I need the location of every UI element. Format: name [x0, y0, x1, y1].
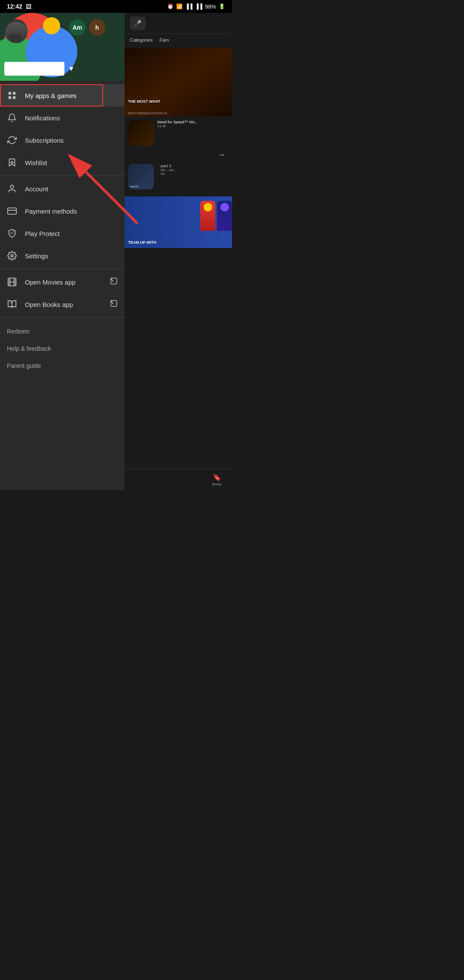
wifi-icon: 📶: [176, 3, 183, 9]
svg-point-10: [11, 254, 13, 257]
books-nav-icon: 🔖: [213, 473, 221, 481]
card-icon: [7, 206, 17, 216]
menu-item-notifications[interactable]: Notifications: [0, 107, 125, 129]
main-screen: Am h ▼ My apps & games: [0, 13, 232, 490]
menu-item-account[interactable]: Account: [0, 178, 125, 200]
game-name: Need for Speed™ Mo...: [157, 120, 229, 124]
external-link-icon-2: [110, 300, 118, 309]
wishlist-label: Wishlist: [25, 159, 118, 166]
mic-icon: 🎤: [134, 20, 141, 27]
menu-item-wishlist[interactable]: Wishlist: [0, 151, 125, 174]
nav-categories[interactable]: Categories: [130, 37, 153, 43]
subscriptions-label: Subscriptions: [25, 137, 118, 144]
menu-item-open-books[interactable]: Open Books app: [0, 293, 125, 315]
account-label: Account: [25, 185, 118, 193]
status-bar: 12:42 🖼 ⏰ 📶 ▐▐ ▐▐ 98% 🔋: [0, 0, 232, 13]
menu-item-settings[interactable]: Settings: [0, 245, 125, 267]
mic-button[interactable]: 🎤: [130, 16, 146, 30]
game-title: THE MOST WANT: [128, 99, 161, 104]
account-avatars: Am h: [69, 19, 105, 36]
ad-rating: 94: [161, 172, 229, 176]
play-logo-yellow: [43, 17, 60, 34]
mihoyo-info: pact 3 Mo... Ad... 94: [157, 164, 229, 190]
drawer-header: Am h ▼: [0, 13, 125, 81]
book-icon: [7, 299, 17, 309]
shield-icon: [7, 228, 17, 239]
brawl-stars-section: TEAM UP WITH: [125, 196, 232, 248]
help-feedback-link[interactable]: Help & feedback: [7, 340, 118, 357]
open-movies-label: Open Movies app: [25, 279, 110, 286]
menu-item-open-movies[interactable]: Open Movies app: [0, 271, 125, 293]
svg-rect-7: [8, 208, 16, 214]
play-protect-label: Play Protect: [25, 230, 118, 237]
ad-label: Mo... Ad...: [161, 168, 229, 172]
payment-methods-label: Payment methods: [25, 208, 118, 215]
svg-line-24: [111, 300, 113, 304]
photo-icon: 🖼: [26, 3, 31, 10]
svg-marker-9: [10, 231, 14, 234]
top-bar: 🎤: [125, 13, 232, 34]
settings-label: Settings: [25, 252, 118, 260]
menu-item-play-protect[interactable]: Play Protect: [0, 222, 125, 245]
game-card-row: Need for Speed™ Mo... 4.0 ★: [125, 116, 232, 149]
avatar-h[interactable]: h: [89, 19, 105, 36]
game-info: Need for Speed™ Mo... 4.0 ★: [157, 120, 229, 146]
avatar-am[interactable]: Am: [69, 19, 85, 36]
alarm-icon: ⏰: [167, 3, 174, 9]
mihoyo-row: miHoYo pact 3 Mo... Ad... 94: [125, 160, 232, 193]
signal-icon-2: ▐▐: [195, 3, 202, 9]
game-rating: 4.0 ★: [157, 124, 229, 128]
external-link-icon: [110, 277, 118, 287]
bookmark-icon: [7, 157, 17, 168]
arrow-right-container: →: [125, 149, 232, 160]
redeem-link[interactable]: Redeem: [7, 323, 118, 340]
svg-rect-0: [9, 92, 11, 95]
nav-items: Categories Fam: [125, 34, 232, 46]
navigation-drawer: Am h ▼ My apps & games: [0, 13, 125, 490]
my-apps-games-label: My apps & games: [25, 92, 118, 99]
arrow-right-icon[interactable]: →: [215, 149, 229, 160]
battery-percent: 98%: [205, 3, 216, 10]
notifications-label: Notifications: [25, 114, 118, 122]
divider-1: [0, 175, 125, 176]
background-content: 🎤 Categories Fam THE MOST WANT WITH FRIE…: [125, 13, 232, 490]
menu-item-payment[interactable]: Payment methods: [0, 200, 125, 222]
bottom-nav-books[interactable]: 🔖 Books: [209, 472, 225, 488]
svg-point-6: [10, 185, 13, 188]
nav-family[interactable]: Fam: [159, 37, 169, 43]
gear-icon: [7, 251, 17, 261]
open-books-label: Open Books app: [25, 301, 110, 308]
person-icon: [7, 184, 17, 194]
menu-item-my-apps-games[interactable]: My apps & games: [0, 84, 125, 107]
svg-rect-1: [13, 92, 15, 95]
email-area: ▼: [4, 62, 120, 76]
impact-label: pact 3: [161, 164, 229, 168]
profile-photo[interactable]: [4, 19, 28, 43]
divider-2: [0, 269, 125, 269]
books-nav-label: Books: [212, 482, 222, 486]
brawl-text: TEAM UP WITH: [128, 240, 156, 245]
svg-line-20: [111, 278, 113, 282]
svg-rect-3: [13, 96, 15, 99]
game-card-need-for-speed[interactable]: [128, 120, 154, 146]
status-time: 12:42: [7, 3, 22, 10]
game-banner: THE MOST WANT WITH FRIENDS ACROSS PL...: [125, 48, 232, 116]
divider-3: [0, 317, 125, 318]
email-box: [4, 62, 64, 76]
bottom-links: Redeem Help & feedback Parent guide: [0, 319, 125, 378]
svg-rect-2: [9, 96, 11, 99]
menu-item-subscriptions[interactable]: Subscriptions: [0, 129, 125, 151]
bottom-nav: 🔖 Books: [125, 469, 232, 490]
game-subtitle: WITH FRIENDS ACROSS PL...: [128, 112, 170, 115]
signal-icon: ▐▐: [185, 3, 192, 9]
refresh-icon: [7, 135, 17, 145]
grid-icon: [7, 90, 17, 101]
bell-icon: [7, 113, 17, 123]
mihoyo-card[interactable]: miHoYo: [128, 164, 154, 190]
drawer-menu: My apps & games Notifications Subscripti…: [0, 81, 125, 381]
dropdown-arrow-icon[interactable]: ▼: [68, 65, 75, 73]
film-icon: [7, 277, 17, 287]
parent-guide-link[interactable]: Parent guide: [7, 357, 118, 374]
battery-icon: 🔋: [219, 3, 225, 9]
